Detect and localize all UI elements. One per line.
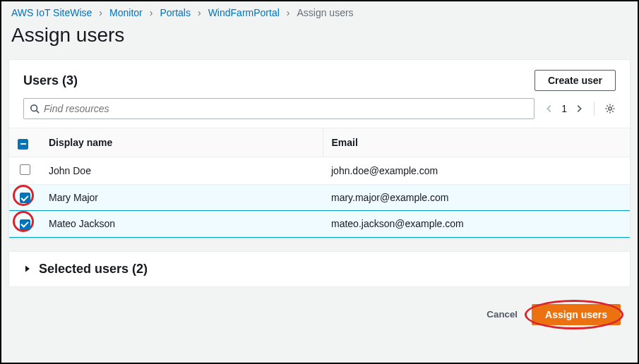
selected-users-title: Selected users (2) [39, 262, 148, 277]
chevron-right-icon: › [198, 7, 201, 18]
page-number: 1 [561, 103, 567, 114]
table-row[interactable]: Mary Major mary.major@example.com [9, 184, 630, 211]
prev-page-button[interactable] [544, 104, 554, 114]
breadcrumb-windfarmportal[interactable]: WindFarmPortal [208, 7, 280, 18]
breadcrumb-current: Assign users [297, 7, 353, 18]
footer-actions: Cancel Assign users [1, 287, 638, 325]
cell-email: john.doe@example.com [323, 157, 630, 184]
table-row[interactable]: Mateo Jackson mateo.jackson@example.com [9, 211, 630, 238]
svg-line-1 [37, 111, 40, 114]
row-checkbox[interactable] [20, 164, 30, 175]
breadcrumb: AWS IoT SiteWise › Monitor › Portals › W… [1, 1, 638, 21]
page-title: Assign users [1, 21, 638, 56]
svg-point-2 [609, 107, 611, 110]
cell-display-name: Mateo Jackson [40, 211, 323, 238]
search-input[interactable] [44, 102, 528, 116]
column-email[interactable]: Email [323, 128, 630, 157]
next-page-button[interactable] [574, 104, 584, 114]
app-frame: AWS IoT SiteWise › Monitor › Portals › W… [0, 0, 639, 364]
cell-display-name: John Doe [40, 157, 323, 184]
cell-display-name: Mary Major [40, 184, 323, 211]
row-checkbox[interactable] [20, 193, 30, 203]
users-toolbar: 1 [9, 98, 630, 128]
settings-button[interactable] [604, 103, 616, 114]
users-panel-header: Users (3) Create user [9, 60, 630, 98]
table-header-row: Display name Email [9, 128, 630, 157]
pager: 1 [544, 102, 616, 116]
users-table: Display name Email John Doe john.doe@exa… [9, 128, 630, 238]
column-display-name[interactable]: Display name [40, 128, 323, 157]
search-field[interactable] [23, 98, 535, 119]
search-icon [30, 104, 40, 114]
chevron-right-icon: › [287, 7, 290, 18]
select-all-checkbox[interactable] [18, 139, 28, 150]
select-all-header [9, 128, 40, 157]
users-panel-title: Users (3) [23, 73, 78, 88]
create-user-button[interactable]: Create user [535, 70, 616, 91]
row-checkbox[interactable] [20, 219, 30, 230]
selected-users-panel: Selected users (2) [8, 251, 631, 287]
chevron-right-icon: › [99, 7, 102, 18]
svg-marker-3 [25, 266, 30, 272]
divider [594, 102, 595, 116]
table-row[interactable]: John Doe john.doe@example.com [9, 157, 630, 184]
svg-point-0 [31, 105, 37, 111]
users-panel: Users (3) Create user 1 [8, 59, 631, 238]
assign-users-button[interactable]: Assign users [532, 304, 621, 325]
breadcrumb-sitewise[interactable]: AWS IoT SiteWise [11, 7, 92, 18]
breadcrumb-portals[interactable]: Portals [160, 7, 191, 18]
cell-email: mateo.jackson@example.com [323, 211, 630, 238]
cancel-button[interactable]: Cancel [477, 305, 527, 324]
cell-email: mary.major@example.com [323, 184, 630, 211]
chevron-right-icon: › [150, 7, 153, 18]
breadcrumb-monitor[interactable]: Monitor [109, 7, 143, 18]
expand-toggle[interactable] [23, 265, 32, 273]
